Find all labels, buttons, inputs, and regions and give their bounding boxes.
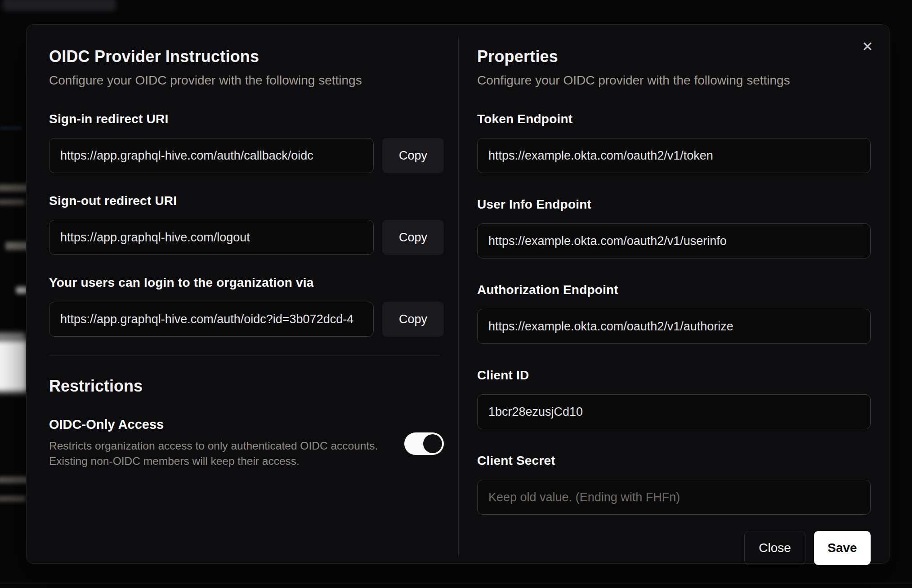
field-client-id: Client ID — [477, 368, 871, 429]
column-divider — [458, 37, 459, 556]
token-endpoint-input[interactable] — [477, 138, 871, 173]
login-url-label: Your users can login to the organization… — [49, 276, 444, 290]
field-authorization-endpoint: Authorization Endpoint — [477, 283, 871, 344]
copy-login-url-button[interactable]: Copy — [382, 302, 444, 337]
field-signin-redirect-uri: Sign-in redirect URI Copy — [49, 112, 444, 173]
modal-actions: Close Save — [477, 531, 871, 565]
instructions-subtitle: Configure your OIDC provider with the fo… — [49, 73, 444, 88]
background-blurred-text — [0, 496, 26, 502]
save-button[interactable]: Save — [814, 531, 871, 565]
background-blurred-highlight — [0, 333, 25, 339]
field-login-url: Your users can login to the organization… — [49, 276, 444, 337]
oidc-only-access-description-line2: Existing non-OIDC members will keep thei… — [49, 454, 378, 469]
field-userinfo-endpoint: User Info Endpoint — [477, 197, 871, 258]
background-blurred-line — [0, 126, 22, 130]
toggle-thumb — [423, 434, 442, 453]
copy-signout-uri-button[interactable]: Copy — [382, 220, 444, 255]
authorization-endpoint-input[interactable] — [477, 309, 871, 344]
signout-redirect-uri-input[interactable] — [49, 220, 374, 255]
properties-column: Properties Configure your OIDC provider … — [477, 47, 871, 565]
oidc-only-access-description-line1: Restricts organization access to only au… — [49, 438, 378, 454]
client-secret-input[interactable] — [477, 480, 871, 515]
restrictions-title: Restrictions — [49, 377, 444, 396]
instructions-title: OIDC Provider Instructions — [49, 47, 444, 66]
signin-redirect-uri-input[interactable] — [49, 138, 374, 173]
userinfo-endpoint-input[interactable] — [477, 223, 871, 258]
client-secret-label: Client Secret — [477, 454, 871, 468]
field-token-endpoint: Token Endpoint — [477, 112, 871, 173]
close-button[interactable]: Close — [744, 531, 805, 565]
signin-redirect-uri-label: Sign-in redirect URI — [49, 112, 444, 126]
background-blurred-button — [0, 340, 28, 392]
signout-redirect-uri-label: Sign-out redirect URI — [49, 194, 444, 208]
background-divider — [0, 583, 912, 584]
oidc-settings-modal: ✕ OIDC Provider Instructions Configure y… — [26, 24, 890, 564]
section-divider — [49, 356, 439, 356]
token-endpoint-label: Token Endpoint — [477, 112, 871, 126]
client-id-input[interactable] — [477, 394, 871, 429]
properties-title: Properties — [477, 47, 871, 66]
field-client-secret: Client Secret — [477, 454, 871, 515]
oidc-only-access-label: OIDC-Only Access — [49, 417, 378, 432]
background-blurred-text — [0, 199, 25, 205]
client-id-label: Client ID — [477, 368, 871, 383]
properties-subtitle: Configure your OIDC provider with the fo… — [477, 73, 871, 88]
background-blurred-menu — [3, 0, 116, 11]
field-signout-redirect-uri: Sign-out redirect URI Copy — [49, 194, 444, 255]
oidc-only-access-toggle[interactable] — [404, 432, 444, 455]
instructions-column: OIDC Provider Instructions Configure you… — [49, 47, 444, 469]
oidc-only-access-row: OIDC-Only Access Restricts organization … — [49, 417, 444, 469]
authorization-endpoint-label: Authorization Endpoint — [477, 283, 871, 297]
copy-signin-uri-button[interactable]: Copy — [382, 138, 444, 173]
userinfo-endpoint-label: User Info Endpoint — [477, 197, 871, 212]
login-url-input[interactable] — [49, 302, 374, 337]
